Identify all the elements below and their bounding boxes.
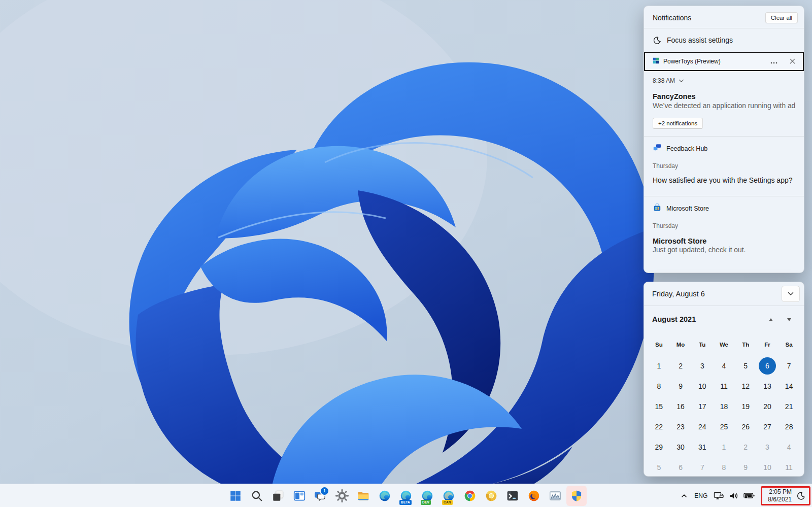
- taskbar-icon-start[interactable]: [225, 486, 246, 506]
- notification-group-header-microsoft-store[interactable]: Microsoft Store: [644, 196, 804, 214]
- feedback-hub-icon: [653, 143, 662, 154]
- focus-assist-tray-moon-icon[interactable]: [796, 491, 805, 500]
- calendar-day[interactable]: 31: [691, 437, 713, 457]
- calendar-day[interactable]: 1: [648, 356, 670, 376]
- calendar-day[interactable]: 27: [757, 417, 779, 437]
- notification-title[interactable]: Microsoft Store: [653, 237, 795, 245]
- calendar-day[interactable]: 6: [670, 457, 692, 478]
- taskbar-icon-search[interactable]: [247, 486, 267, 506]
- calendar-day-number: 1: [715, 438, 732, 456]
- calendar-day[interactable]: 25: [713, 417, 735, 437]
- calendar-day-number: 5: [650, 459, 667, 476]
- taskbar-icon-task-manager[interactable]: [545, 486, 565, 506]
- calendar-day[interactable]: 13: [757, 376, 779, 396]
- calendar-month-row: August 2021: [652, 314, 796, 325]
- more-notifications-button[interactable]: +2 notifications: [653, 118, 703, 129]
- clear-all-button[interactable]: Clear all: [765, 12, 798, 23]
- calendar-day[interactable]: 28: [778, 417, 800, 437]
- clock-date: 8/6/2021: [768, 496, 792, 503]
- calendar-day[interactable]: 30: [670, 437, 692, 457]
- calendar-next-month-button[interactable]: [787, 315, 792, 324]
- calendar-weekday-row: SuMoTuWeThFrSa: [648, 339, 800, 351]
- calendar-day[interactable]: 3: [757, 437, 779, 457]
- clock-annotation-highlight[interactable]: 2:05 PM 8/6/2021: [761, 486, 810, 505]
- taskbar-icon-chrome-canary[interactable]: [481, 486, 501, 506]
- notification-body: We’ve detected an application running wi…: [653, 102, 795, 110]
- focus-assist-settings-link[interactable]: Focus assist settings: [644, 28, 804, 52]
- calendar-day-number: 20: [759, 398, 776, 415]
- edge-canary-channel-label: CAN: [442, 500, 453, 505]
- calendar-day[interactable]: 22: [648, 417, 670, 437]
- input-language-indicator[interactable]: ENG: [693, 492, 709, 499]
- volume-icon[interactable]: [729, 491, 739, 501]
- calendar-day[interactable]: 11: [778, 457, 800, 478]
- calendar-day[interactable]: 7: [778, 356, 800, 376]
- calendar-day[interactable]: 2: [670, 356, 692, 376]
- calendar-day[interactable]: 3: [691, 356, 713, 376]
- taskbar-icon-chat[interactable]: 1: [311, 486, 331, 506]
- calendar-day-number: 28: [781, 418, 798, 435]
- calendar-day[interactable]: 15: [648, 396, 670, 417]
- calendar-day[interactable]: 10: [757, 457, 779, 478]
- calendar-day[interactable]: 12: [735, 376, 757, 396]
- calendar-day-number: 7: [694, 459, 711, 476]
- calendar-day[interactable]: 18: [713, 396, 735, 417]
- battery-charging-icon[interactable]: [743, 492, 755, 499]
- calendar-day[interactable]: 19: [735, 396, 757, 417]
- taskbar-icon-file-explorer[interactable]: [353, 486, 374, 506]
- calendar-day[interactable]: 5: [735, 356, 757, 376]
- calendar-day-number: 25: [715, 418, 732, 435]
- taskbar-icon-task-view[interactable]: [268, 486, 288, 506]
- tray-overflow-chevron-up-icon[interactable]: [680, 492, 688, 500]
- more-options-icon[interactable]: [770, 57, 777, 66]
- taskbar-icon-chrome[interactable]: [460, 486, 480, 506]
- calendar-day[interactable]: 11: [713, 376, 735, 396]
- close-icon[interactable]: [790, 57, 795, 66]
- calendar-day-number: 5: [737, 357, 754, 375]
- calendar-day[interactable]: 20: [757, 396, 779, 417]
- taskbar-clock[interactable]: 2:05 PM 8/6/2021: [768, 488, 792, 503]
- calendar-day-number: 13: [759, 378, 776, 395]
- calendar-day[interactable]: 10: [691, 376, 713, 396]
- calendar-day[interactable]: 14: [778, 376, 800, 396]
- taskbar-icon-widgets[interactable]: [289, 486, 310, 506]
- calendar-day[interactable]: 4: [713, 356, 735, 376]
- notification-group-header-powertoys[interactable]: PowerToys (Preview): [644, 52, 804, 71]
- calendar-prev-month-button[interactable]: [768, 315, 773, 324]
- network-icon[interactable]: [714, 491, 724, 501]
- calendar-collapse-button[interactable]: [782, 286, 800, 302]
- calendar-day-number: 29: [650, 438, 667, 456]
- notification-group-header-feedback-hub[interactable]: Feedback Hub: [644, 137, 804, 154]
- calendar-day[interactable]: 8: [713, 457, 735, 478]
- taskbar-icon-edge-dev[interactable]: DEV: [417, 486, 437, 506]
- calendar-day[interactable]: 17: [691, 396, 713, 417]
- calendar-day[interactable]: 8: [648, 376, 670, 396]
- calendar-day-number: 30: [672, 438, 689, 456]
- calendar-day[interactable]: 4: [778, 437, 800, 457]
- calendar-day[interactable]: 2: [735, 437, 757, 457]
- calendar-day[interactable]: 9: [670, 376, 692, 396]
- calendar-day-selected[interactable]: 6: [757, 356, 779, 376]
- taskbar-icon-edge-beta[interactable]: BETA: [396, 486, 416, 506]
- calendar-day[interactable]: 21: [778, 396, 800, 417]
- calendar-day[interactable]: 26: [735, 417, 757, 437]
- calendar-day-number: 31: [694, 438, 711, 456]
- taskbar-icon-windows-security[interactable]: [566, 486, 587, 506]
- calendar-day[interactable]: 9: [735, 457, 757, 478]
- calendar-day[interactable]: 16: [670, 396, 692, 417]
- calendar-day[interactable]: 24: [691, 417, 713, 437]
- calendar-day[interactable]: 23: [670, 417, 692, 437]
- microsoft-store-icon: [653, 203, 662, 214]
- calendar-day[interactable]: 1: [713, 437, 735, 457]
- taskbar-icon-settings[interactable]: [332, 486, 352, 506]
- taskbar-icon-terminal[interactable]: [502, 486, 523, 506]
- notification-body[interactable]: How satisfied are you with the Settings …: [653, 176, 795, 184]
- calendar-day-number: 24: [694, 418, 711, 435]
- taskbar-icon-firefox[interactable]: [524, 486, 544, 506]
- notification-time-row[interactable]: 8:38 AM: [653, 76, 795, 85]
- taskbar-icon-edge[interactable]: [375, 486, 395, 506]
- taskbar-icon-edge-canary[interactable]: CAN: [438, 486, 459, 506]
- calendar-day[interactable]: 7: [691, 457, 713, 478]
- calendar-day[interactable]: 5: [648, 457, 670, 478]
- calendar-day[interactable]: 29: [648, 437, 670, 457]
